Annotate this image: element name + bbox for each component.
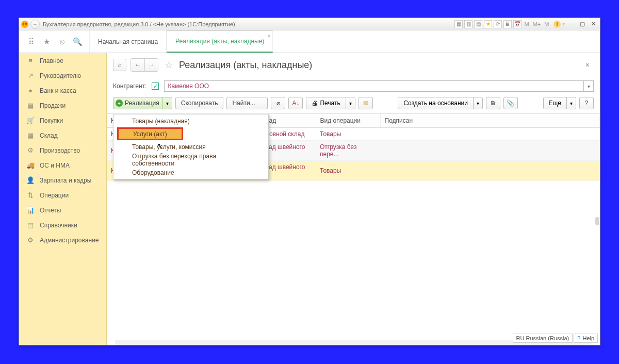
- more-button[interactable]: Еще ▾: [543, 97, 576, 109]
- menu-item[interactable]: Отгрузка без перехода права собственност…: [113, 153, 268, 166]
- sidebar-item[interactable]: 🚚ОС и НМА: [19, 158, 106, 173]
- calendar-icon[interactable]: 📅: [513, 20, 522, 28]
- counterparty-dropdown-icon[interactable]: ▾: [583, 80, 594, 92]
- sidebar-item-label: Зарплата и кадры: [40, 177, 91, 184]
- tb-tool-icon[interactable]: ⟳: [494, 20, 502, 28]
- chevron-down-icon[interactable]: ▾: [473, 97, 482, 109]
- filter-row: Контрагент: ✓ ▾: [107, 76, 600, 96]
- favorite-star-icon[interactable]: ☆: [165, 59, 173, 71]
- apps-icon[interactable]: ⠿: [26, 37, 36, 46]
- email-button[interactable]: ✉: [359, 97, 373, 109]
- sort-button[interactable]: A↓: [288, 97, 303, 109]
- sidebar-icon: ↗: [26, 72, 35, 80]
- find-button[interactable]: Найти...: [226, 97, 268, 109]
- close-window-button[interactable]: ✕: [589, 20, 598, 28]
- info-icon[interactable]: i: [553, 21, 561, 28]
- menu-item[interactable]: Услуги (акт): [117, 127, 183, 140]
- page-header: ⌂ ←→ ☆ Реализация (акты, накладные) ×: [107, 53, 600, 76]
- filter-label: Контрагент:: [113, 82, 146, 90]
- realization-new-button[interactable]: + Реализация ▾: [113, 97, 172, 109]
- sidebar-item[interactable]: 📊Отчеты: [19, 203, 106, 218]
- menu-item[interactable]: Оборудование: [113, 166, 268, 179]
- minimize-button[interactable]: —: [567, 20, 576, 28]
- sidebar-icon: 👤: [26, 176, 35, 185]
- clear-filter-button[interactable]: ⌀: [271, 97, 285, 109]
- sidebar-icon: ●: [26, 87, 35, 95]
- close-tab-icon[interactable]: ×: [268, 33, 271, 39]
- app-window: 1c ← Бухгалтерия предприятия, редакция 3…: [19, 18, 600, 345]
- column-header[interactable]: Подписан: [380, 114, 600, 128]
- sidebar-icon: ▦: [26, 131, 35, 140]
- sidebar-item-label: Отчеты: [40, 207, 61, 214]
- memory-m-minus[interactable]: M-: [543, 21, 552, 27]
- tab-realization[interactable]: Реализация (акты, накладные) ×: [167, 30, 273, 53]
- sidebar-item-label: Операции: [40, 192, 69, 199]
- printer-icon: 🖨: [312, 100, 318, 107]
- sidebar-item[interactable]: 🛒Покупки: [19, 113, 106, 128]
- sidebar-item-label: Продажи: [40, 102, 66, 109]
- sidebar-item-label: Главное: [40, 57, 63, 64]
- home-button[interactable]: ⌂: [113, 59, 126, 71]
- column-header[interactable]: Вид операции: [316, 114, 380, 128]
- main-content: ⌂ ←→ ☆ Реализация (акты, накладные) × Ко…: [107, 53, 600, 345]
- history-icon[interactable]: ⎋: [57, 37, 67, 46]
- sidebar-item[interactable]: ▦Склад: [19, 128, 106, 143]
- status-bar: RU Russian (Russia) ?Help: [513, 334, 598, 343]
- favorite-icon[interactable]: ★: [484, 20, 492, 28]
- sidebar-item[interactable]: ▤Продажи: [19, 98, 106, 113]
- tb-tool-icon[interactable]: ▥: [464, 20, 473, 28]
- star-icon[interactable]: ★: [42, 37, 51, 46]
- sidebar-item[interactable]: ▤Справочники: [19, 218, 106, 233]
- sidebar-icon: 📊: [26, 206, 35, 214]
- tb-tool-icon[interactable]: ▤: [474, 20, 482, 28]
- attach-button[interactable]: 📎: [503, 97, 518, 109]
- nav-back-forward[interactable]: ←→: [131, 58, 158, 72]
- data-table: Товары (накладная)Услуги (акт)Товары, ус…: [107, 113, 600, 345]
- top-tab-bar: ⠿ ★ ⎋ 🔍 Начальная страница Реализация (а…: [19, 30, 600, 53]
- sidebar-icon: ▤: [26, 102, 35, 110]
- sidebar-item[interactable]: ⇅Операции: [19, 188, 106, 203]
- sidebar-item-label: Покупки: [40, 117, 63, 124]
- menu-item[interactable]: Товары, услуги, комиссия: [113, 140, 268, 153]
- counterparty-input[interactable]: [164, 80, 583, 92]
- sidebar: ≡Главное↗Руководителю●Банк и касса▤Прода…: [19, 53, 107, 345]
- menu-item[interactable]: Товары (накладная): [113, 114, 268, 127]
- close-page-icon[interactable]: ×: [585, 61, 594, 69]
- help-button[interactable]: ?: [579, 97, 594, 109]
- tab-start-page[interactable]: Начальная страница: [90, 30, 167, 53]
- chevron-down-icon[interactable]: ▾: [346, 97, 355, 109]
- sidebar-item[interactable]: ⚙Администрирование: [19, 233, 106, 247]
- sidebar-item[interactable]: ●Банк и касса: [19, 83, 106, 98]
- sidebar-icon: ⇅: [26, 191, 35, 200]
- calc-icon[interactable]: 🖩: [503, 20, 512, 28]
- sidebar-item[interactable]: 👤Зарплата и кадры: [19, 173, 106, 188]
- maximize-button[interactable]: ▢: [578, 20, 587, 28]
- sidebar-icon: ▤: [26, 221, 35, 229]
- filter-checkbox[interactable]: ✓: [152, 82, 159, 90]
- search-icon[interactable]: 🔍: [73, 37, 82, 46]
- sidebar-item[interactable]: ≡Главное: [19, 53, 106, 68]
- chevron-down-icon[interactable]: ▾: [566, 97, 576, 109]
- sidebar-item[interactable]: ⚙Производство: [19, 143, 106, 158]
- print-button[interactable]: 🖨Печать ▾: [306, 97, 355, 109]
- help-link[interactable]: ?Help: [574, 334, 598, 343]
- lang-indicator[interactable]: RU Russian (Russia): [513, 334, 573, 343]
- app-logo-icon: 1c: [21, 21, 28, 28]
- title-bar: 1c ← Бухгалтерия предприятия, редакция 3…: [19, 18, 600, 30]
- page-title: Реализация (акты, накладные): [179, 60, 312, 71]
- tb-tool-icon[interactable]: ▦: [454, 20, 463, 28]
- memory-m[interactable]: M: [523, 21, 530, 27]
- memory-m-plus[interactable]: M+: [532, 21, 542, 27]
- nav-back-icon[interactable]: ←: [30, 20, 40, 29]
- doc-button[interactable]: 🗎: [486, 97, 500, 109]
- sidebar-item-label: Администрирование: [40, 237, 99, 244]
- chevron-down-icon[interactable]: ▾: [162, 97, 172, 109]
- copy-button[interactable]: Скопировать: [175, 97, 224, 109]
- sidebar-item[interactable]: ↗Руководителю: [19, 68, 106, 83]
- plus-icon: +: [116, 100, 123, 107]
- sidebar-icon: ⚙: [26, 236, 35, 244]
- sidebar-item-label: ОС и НМА: [40, 162, 70, 169]
- sidebar-item-label: Производство: [40, 147, 80, 154]
- scrollbar-vertical[interactable]: [595, 217, 599, 225]
- create-based-button[interactable]: Создать на основании ▾: [398, 97, 483, 109]
